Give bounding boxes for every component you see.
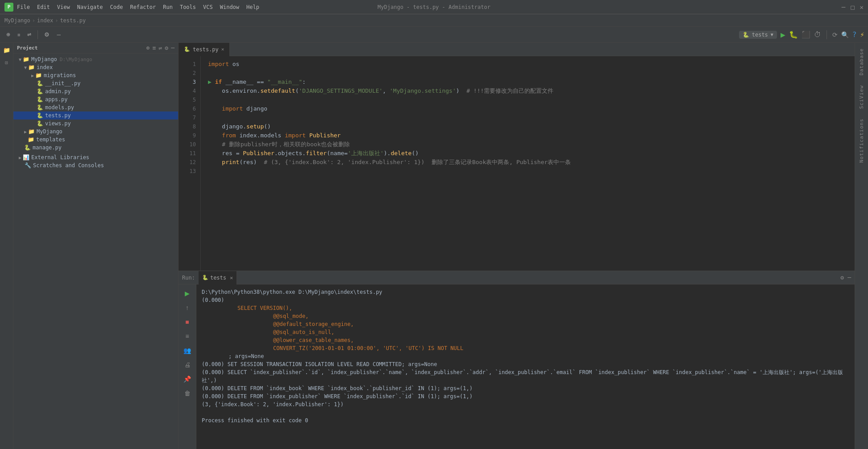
run-print-button[interactable]: 🖨 xyxy=(181,358,194,371)
project-panel-header: Project ⊕ ≡ ⇌ ⚙ ─ xyxy=(13,43,178,54)
tree-item-models[interactable]: 🐍 models.py xyxy=(13,103,178,111)
tree-item-mydj[interactable]: ▼ 📁 MyDjango D:\MyDjango xyxy=(13,55,178,63)
bookmarks-button[interactable]: ⇌ xyxy=(25,30,34,39)
run-tab-tests[interactable]: 🐍 tests ✕ xyxy=(199,271,237,284)
project-icon-scope[interactable]: ⊕ xyxy=(146,45,150,51)
debug-button[interactable]: 🐛 xyxy=(789,30,798,39)
tree-item-external-libs[interactable]: ▶ 📊 External Libraries xyxy=(13,153,178,161)
line-num-7: 7 xyxy=(179,113,196,122)
project-view-button[interactable]: ⊕ xyxy=(4,30,13,39)
line-num-11: 11 xyxy=(179,149,196,158)
breadcrumb-item-2[interactable]: index xyxy=(37,17,53,24)
git-button[interactable]: ⟳ xyxy=(832,31,838,38)
editor-tab-tests[interactable]: 🐍 tests.py ✕ xyxy=(179,43,230,56)
notification-button[interactable]: ⚡ xyxy=(860,30,864,39)
arrow-index: ▼ xyxy=(24,65,27,70)
tree-item-apps[interactable]: 🐍 apps.py xyxy=(13,95,178,103)
right-tab-database[interactable]: Database xyxy=(857,45,866,79)
breadcrumb-sep-2: › xyxy=(55,17,58,24)
run-pin-button[interactable]: 📌 xyxy=(181,373,194,385)
breadcrumb-item-1[interactable]: MyDjango xyxy=(4,17,30,24)
right-tab-notifications[interactable]: Notifications xyxy=(857,115,866,166)
arrow-mydj: ▼ xyxy=(19,57,21,62)
run-tab-close[interactable]: ✕ xyxy=(230,275,233,281)
tree-item-migrations[interactable]: ▶ 📁 migrations xyxy=(13,71,178,79)
menu-vcs[interactable]: VCS xyxy=(203,4,213,10)
right-tab-sciview[interactable]: SciView xyxy=(857,82,866,112)
line-num-3: 3 xyxy=(179,78,196,87)
run-stop-button[interactable]: ■ xyxy=(181,316,194,328)
toolbar: ⊕ ≡ ⇌ ⚙ ─ 🐍 tests ▼ ▶ 🐛 ⬛ ⏱ ⟳ 🔍 ? ⚡ xyxy=(0,27,868,43)
run-sql-4: @@sql_auto_is_null, xyxy=(202,328,849,336)
project-icon-sort[interactable]: ⇌ xyxy=(159,45,162,51)
tab-label-tests: tests.py xyxy=(193,46,219,53)
tab-py-icon: 🐍 xyxy=(184,46,190,52)
project-icon-collapse[interactable]: ─ xyxy=(171,45,174,51)
breadcrumb: MyDjango › index › tests.py xyxy=(0,14,868,27)
tree-label-tests: tests.py xyxy=(45,112,71,119)
help-button[interactable]: ? xyxy=(852,30,857,39)
close-button[interactable]: ✕ xyxy=(860,4,864,11)
menu-window[interactable]: Window xyxy=(220,4,239,10)
run-settings-btn[interactable]: 👥 xyxy=(181,344,194,357)
line-num-5: 5 xyxy=(179,95,196,104)
structure-button[interactable]: ≡ xyxy=(15,30,23,39)
tree-item-scratches[interactable]: 🔧 Scratches and Consoles xyxy=(13,161,178,169)
coverage-button[interactable]: ⬛ xyxy=(802,30,810,39)
folder-icon-migrations: 📁 xyxy=(35,72,42,78)
tree-label-scratches: Scratches and Consoles xyxy=(33,162,104,169)
minimize-button[interactable]: ─ xyxy=(842,4,845,11)
tree-label-manage: manage.py xyxy=(33,144,62,151)
tree-item-views[interactable]: 🐍 views.py xyxy=(13,119,178,128)
menu-help[interactable]: Help xyxy=(246,4,259,10)
line-num-10: 10 xyxy=(179,140,196,149)
tree-path-mydj: D:\MyDjango xyxy=(60,57,92,62)
project-icon-settings[interactable]: ⚙ xyxy=(165,45,168,51)
tree-item-init[interactable]: 🐍 __init__.py xyxy=(13,79,178,87)
menu-edit[interactable]: Edit xyxy=(37,4,50,10)
folder-icon-templates: 📁 xyxy=(28,136,34,143)
run-settings-icon[interactable]: ⚙ xyxy=(840,274,844,281)
menu-bar: File Edit View Navigate Code Refactor Ru… xyxy=(17,4,259,10)
tree-item-manage[interactable]: 🐍 manage.py xyxy=(13,144,178,152)
run-play-button[interactable]: ▶ xyxy=(181,287,194,300)
collapse-button[interactable]: ─ xyxy=(54,30,63,40)
profile-button[interactable]: ⏱ xyxy=(814,30,821,39)
menu-file[interactable]: File xyxy=(17,4,30,10)
run-trash-button[interactable]: 🗑 xyxy=(181,387,194,400)
editor-content: 1 2 3 4 5 6 7 8 9 10 11 12 13 import os … xyxy=(179,56,855,271)
code-area[interactable]: import os ▶ if __name__ == "__main__": o… xyxy=(201,56,855,271)
project-icon[interactable]: 📁 xyxy=(1,45,12,55)
maximize-button[interactable]: □ xyxy=(851,4,854,11)
run-tab-label: tests xyxy=(210,275,226,281)
menu-navigate[interactable]: Navigate xyxy=(77,4,103,10)
search-button[interactable]: 🔍 xyxy=(841,31,849,38)
run-config-dropdown[interactable]: 🐍 tests ▼ xyxy=(739,31,777,39)
run-minimize-icon[interactable]: ─ xyxy=(847,274,851,281)
tab-close-button[interactable]: ✕ xyxy=(221,46,224,52)
run-args-none: ; args=None xyxy=(202,352,849,360)
menu-code[interactable]: Code xyxy=(110,4,123,10)
run-wrap-button[interactable]: ≡ xyxy=(181,330,194,342)
settings-button[interactable]: ⚙ xyxy=(42,29,52,40)
project-icon-list[interactable]: ≡ xyxy=(153,45,156,51)
line-num-13: 13 xyxy=(179,167,196,176)
run-toolbar-container: ▶ ↑ ■ ≡ 👥 🖨 📌 🗑 D:\Python\Python38\pytho… xyxy=(179,284,855,449)
tree-item-index[interactable]: ▼ 📁 index xyxy=(13,63,178,71)
breadcrumb-item-3[interactable]: tests.py xyxy=(60,17,86,24)
folder-icon-mydj: 📁 xyxy=(23,56,29,62)
tree-item-admin[interactable]: 🐍 admin.py xyxy=(13,87,178,95)
menu-run[interactable]: Run xyxy=(163,4,173,10)
commit-icon[interactable]: ⊡ xyxy=(1,57,12,68)
tree-item-tests[interactable]: 🐍 tests.py xyxy=(13,111,178,119)
run-scroll-up[interactable]: ↑ xyxy=(181,301,194,314)
menu-refactor[interactable]: Refactor xyxy=(130,4,156,10)
menu-view[interactable]: View xyxy=(57,4,70,10)
run-button[interactable]: ▶ xyxy=(781,30,785,39)
run-sql-2: @@sql_mode, xyxy=(202,312,849,320)
tree-label-external-libs: External Libraries xyxy=(31,154,89,161)
tree-item-templates[interactable]: 📁 templates xyxy=(13,136,178,144)
menu-tools[interactable]: Tools xyxy=(180,4,196,10)
tree-item-mydjango-pkg[interactable]: ▶ 📁 MyDjango xyxy=(13,128,178,136)
py-icon-apps: 🐍 xyxy=(37,96,43,103)
